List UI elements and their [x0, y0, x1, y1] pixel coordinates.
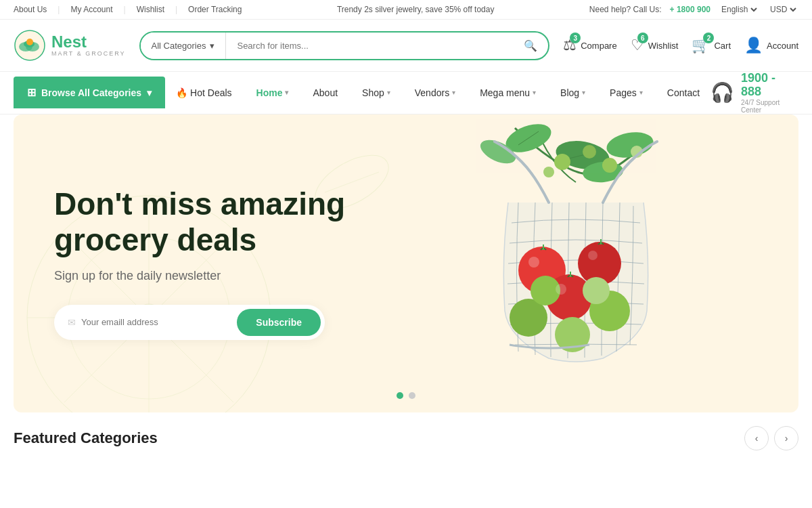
hero-content: Don't miss amazing grocery deals Sign up… [14, 146, 392, 381]
nav-mega-menu[interactable]: Mega menu ▾ [469, 78, 547, 108]
nav-about[interactable]: About [302, 78, 348, 108]
my-account-link[interactable]: My Account [70, 5, 112, 14]
svg-point-23 [583, 145, 596, 158]
svg-point-25 [602, 158, 617, 173]
featured-categories-title: Featured Categories [14, 429, 158, 447]
wishlist-action[interactable]: ♡ 6 Wishlist [631, 37, 679, 54]
dot-2[interactable] [409, 392, 415, 399]
svg-rect-31 [600, 239, 602, 245]
nav-home[interactable]: Home ▾ [246, 78, 300, 108]
subscribe-button[interactable]: Subscribe [237, 309, 321, 336]
flame-icon: 🔥 [176, 87, 187, 98]
hero-image [367, 114, 798, 412]
svg-point-39 [528, 257, 539, 268]
next-arrow-button[interactable]: › [774, 426, 798, 450]
svg-point-4 [26, 39, 33, 45]
account-label: Account [767, 41, 798, 51]
nav-links: 🔥 Hot Deals Home ▾ About Shop ▾ Vendors … [165, 78, 710, 108]
chevron-blog-icon: ▾ [582, 89, 585, 96]
cart-action[interactable]: 🛒 2 Cart [692, 37, 731, 54]
hero-subtitle: Sign up for the daily newsletter [54, 269, 352, 283]
svg-point-5 [27, 39, 30, 42]
svg-point-24 [543, 167, 554, 177]
chevron-home-icon: ▾ [285, 89, 288, 96]
help-text: Need help? Call Us: [589, 5, 662, 14]
prev-arrow-button[interactable]: ‹ [744, 426, 769, 450]
wishlist-badge: 6 [637, 33, 648, 43]
top-bar-links: About Us | My Account | Wishlist | Order… [14, 5, 242, 14]
compare-label: Compare [581, 41, 616, 51]
email-input[interactable] [81, 317, 237, 327]
search-bar: All Categories ▾ 🔍 [139, 31, 550, 60]
grid-icon: ⊞ [27, 86, 36, 99]
compare-action[interactable]: ⚖ 3 Compare [563, 37, 616, 54]
account-icon: 👤 [744, 37, 763, 54]
top-bar: About Us | My Account | Wishlist | Order… [0, 0, 812, 20]
browse-label: Browse All Categories [41, 87, 141, 98]
dot-1[interactable] [397, 392, 403, 399]
search-button[interactable]: 🔍 [513, 33, 548, 59]
bottom-area: Featured Categories ‹ › [0, 412, 812, 450]
svg-point-41 [556, 284, 566, 295]
wishlist-link[interactable]: Wishlist [137, 5, 164, 14]
search-input[interactable] [226, 33, 513, 59]
hero-title: Don't miss amazing grocery deals [54, 186, 352, 258]
newsletter-form: ✉ Subscribe [54, 305, 325, 340]
chevron-shop-icon: ▾ [387, 89, 390, 96]
headphone-icon: 🎧 [710, 81, 734, 104]
svg-point-38 [583, 277, 610, 304]
support-number: 1900 - 888 [741, 72, 798, 99]
nav-contact[interactable]: Contact [656, 78, 710, 108]
wishlist-label: Wishlist [648, 41, 679, 51]
header-actions: ⚖ 3 Compare ♡ 6 Wishlist 🛒 2 Cart 👤 Acco… [563, 37, 798, 54]
chevron-vendors-icon: ▾ [452, 89, 455, 96]
cart-badge: 2 [703, 33, 714, 43]
hero-section: Don't miss amazing grocery deals Sign up… [14, 114, 798, 412]
nav-pages[interactable]: Pages ▾ [599, 78, 654, 108]
order-tracking-link[interactable]: Order Tracking [188, 5, 242, 14]
header: Nest MART & GROCERY All Categories ▾ 🔍 ⚖… [0, 20, 812, 72]
cart-label: Cart [714, 41, 731, 51]
language-select[interactable]: English French [719, 4, 759, 15]
about-us-link[interactable]: About Us [14, 5, 47, 14]
support-info: 🎧 1900 - 888 24/7 Support Center [710, 72, 798, 114]
category-label: All Categories [152, 41, 206, 51]
nav-vendors[interactable]: Vendors ▾ [404, 78, 466, 108]
logo[interactable]: Nest MART & GROCERY [14, 29, 126, 62]
top-bar-right: Need help? Call Us: + 1800 900 English F… [589, 4, 798, 15]
email-icon: ✉ [68, 317, 76, 328]
apple-bag-svg [393, 114, 772, 412]
search-icon: 🔍 [524, 40, 537, 51]
svg-point-19 [604, 129, 655, 161]
svg-point-40 [588, 251, 597, 260]
svg-point-22 [554, 154, 570, 170]
logo-name: Nest [51, 34, 126, 50]
hero-dots [397, 392, 415, 399]
nav-shop[interactable]: Shop ▾ [351, 78, 401, 108]
nav-hot-deals[interactable]: 🔥 Hot Deals [165, 78, 242, 108]
chevron-browse-icon: ▾ [147, 87, 152, 98]
category-dropdown[interactable]: All Categories ▾ [141, 33, 227, 59]
svg-rect-33 [570, 272, 571, 277]
currency-select[interactable]: USD EUR [767, 4, 798, 15]
logo-sub: MART & GROCERY [51, 50, 126, 57]
phone-number[interactable]: + 1800 900 [670, 5, 710, 14]
carousel-arrows: ‹ › [744, 426, 798, 450]
chevron-down-icon: ▾ [210, 41, 215, 51]
chevron-pages-icon: ▾ [639, 89, 643, 96]
nav-blog[interactable]: Blog ▾ [549, 78, 596, 108]
promo-banner: Trendy 2s silver jewelry, save 35% off t… [337, 5, 495, 14]
compare-badge: 3 [570, 33, 581, 43]
navigation: ⊞ Browse All Categories ▾ 🔥 Hot Deals Ho… [0, 72, 812, 114]
support-label: 24/7 Support Center [741, 99, 798, 114]
browse-categories-button[interactable]: ⊞ Browse All Categories ▾ [14, 77, 165, 108]
chevron-mega-icon: ▾ [533, 89, 536, 96]
account-action[interactable]: 👤 Account [744, 37, 798, 54]
svg-rect-29 [543, 245, 544, 250]
